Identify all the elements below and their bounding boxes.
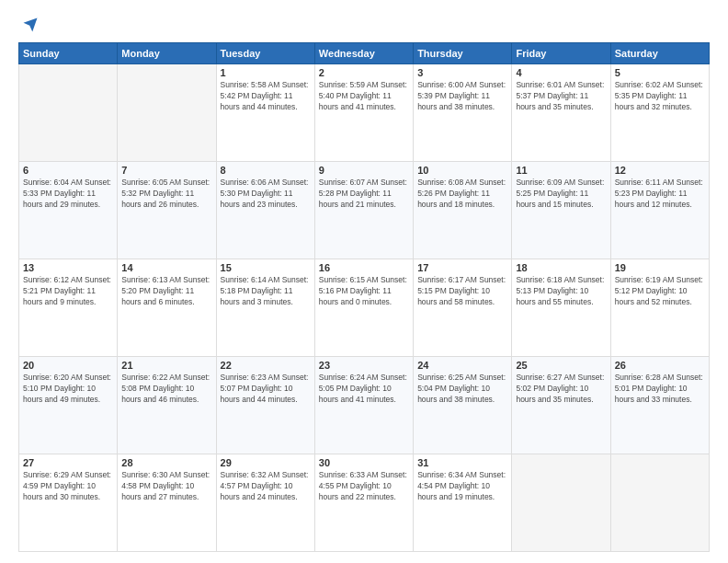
- day-number: 4: [516, 67, 606, 78]
- calendar-cell: 24Sunrise: 6:25 AM Sunset: 5:04 PM Dayli…: [414, 357, 512, 454]
- day-number: 10: [417, 165, 507, 176]
- calendar-cell: [19, 64, 118, 162]
- calendar-cell: 9Sunrise: 6:07 AM Sunset: 5:28 PM Daylig…: [314, 162, 413, 259]
- calendar-cell: 22Sunrise: 6:23 AM Sunset: 5:07 PM Dayli…: [216, 357, 314, 454]
- day-number: 2: [319, 67, 409, 78]
- logo-bird-icon: [22, 17, 39, 33]
- day-number: 17: [417, 262, 507, 273]
- day-number: 3: [417, 67, 507, 78]
- day-number: 22: [221, 360, 311, 371]
- logo: [18, 17, 39, 33]
- calendar-cell: 20Sunrise: 6:20 AM Sunset: 5:10 PM Dayli…: [19, 357, 118, 454]
- day-number: 26: [615, 360, 705, 371]
- calendar-header-row: SundayMondayTuesdayWednesdayThursdayFrid…: [19, 43, 710, 64]
- calendar-header-wednesday: Wednesday: [314, 43, 413, 64]
- day-info: Sunrise: 6:12 AM Sunset: 5:21 PM Dayligh…: [23, 275, 113, 308]
- day-info: Sunrise: 6:23 AM Sunset: 5:07 PM Dayligh…: [221, 373, 311, 406]
- calendar-cell: [512, 454, 610, 552]
- calendar-cell: 16Sunrise: 6:15 AM Sunset: 5:16 PM Dayli…: [314, 259, 413, 357]
- day-info: Sunrise: 6:32 AM Sunset: 4:57 PM Dayligh…: [221, 470, 311, 503]
- day-number: 31: [417, 457, 507, 468]
- calendar-week-3: 13Sunrise: 6:12 AM Sunset: 5:21 PM Dayli…: [19, 259, 710, 357]
- day-number: 27: [23, 457, 113, 468]
- day-info: Sunrise: 6:09 AM Sunset: 5:25 PM Dayligh…: [516, 178, 606, 211]
- calendar-cell: 29Sunrise: 6:32 AM Sunset: 4:57 PM Dayli…: [216, 454, 314, 552]
- day-info: Sunrise: 6:34 AM Sunset: 4:54 PM Dayligh…: [417, 470, 507, 503]
- day-number: 20: [23, 360, 113, 371]
- calendar-cell: 18Sunrise: 6:18 AM Sunset: 5:13 PM Dayli…: [512, 259, 610, 357]
- calendar-week-4: 20Sunrise: 6:20 AM Sunset: 5:10 PM Dayli…: [19, 357, 710, 454]
- calendar-header-tuesday: Tuesday: [216, 43, 314, 64]
- calendar-header-saturday: Saturday: [610, 43, 709, 64]
- calendar-cell: 30Sunrise: 6:33 AM Sunset: 4:55 PM Dayli…: [314, 454, 413, 552]
- calendar-cell: 4Sunrise: 6:01 AM Sunset: 5:37 PM Daylig…: [512, 64, 610, 162]
- day-number: 14: [121, 262, 211, 273]
- calendar-cell: 6Sunrise: 6:04 AM Sunset: 5:33 PM Daylig…: [19, 162, 118, 259]
- calendar-cell: 28Sunrise: 6:30 AM Sunset: 4:58 PM Dayli…: [118, 454, 216, 552]
- day-number: 25: [516, 360, 606, 371]
- day-info: Sunrise: 6:17 AM Sunset: 5:15 PM Dayligh…: [417, 275, 507, 308]
- header: [18, 17, 710, 33]
- day-info: Sunrise: 6:13 AM Sunset: 5:20 PM Dayligh…: [121, 275, 211, 308]
- calendar-cell: [610, 454, 709, 552]
- day-number: 16: [319, 262, 409, 273]
- calendar-week-1: 1Sunrise: 5:58 AM Sunset: 5:42 PM Daylig…: [19, 64, 710, 162]
- day-number: 24: [417, 360, 507, 371]
- day-info: Sunrise: 6:15 AM Sunset: 5:16 PM Dayligh…: [319, 275, 409, 308]
- day-info: Sunrise: 6:08 AM Sunset: 5:26 PM Dayligh…: [417, 178, 507, 211]
- calendar-cell: 25Sunrise: 6:27 AM Sunset: 5:02 PM Dayli…: [512, 357, 610, 454]
- day-info: Sunrise: 6:01 AM Sunset: 5:37 PM Dayligh…: [516, 80, 606, 113]
- calendar-week-5: 27Sunrise: 6:29 AM Sunset: 4:59 PM Dayli…: [19, 454, 710, 552]
- calendar-cell: 1Sunrise: 5:58 AM Sunset: 5:42 PM Daylig…: [216, 64, 314, 162]
- day-number: 6: [23, 165, 113, 176]
- day-info: Sunrise: 6:05 AM Sunset: 5:32 PM Dayligh…: [121, 178, 211, 211]
- day-number: 21: [121, 360, 211, 371]
- day-info: Sunrise: 6:29 AM Sunset: 4:59 PM Dayligh…: [23, 470, 113, 503]
- day-number: 29: [221, 457, 311, 468]
- calendar-cell: 13Sunrise: 6:12 AM Sunset: 5:21 PM Dayli…: [19, 259, 118, 357]
- day-info: Sunrise: 6:24 AM Sunset: 5:05 PM Dayligh…: [319, 373, 409, 406]
- calendar-cell: 31Sunrise: 6:34 AM Sunset: 4:54 PM Dayli…: [414, 454, 512, 552]
- calendar-cell: 12Sunrise: 6:11 AM Sunset: 5:23 PM Dayli…: [610, 162, 709, 259]
- calendar-cell: 5Sunrise: 6:02 AM Sunset: 5:35 PM Daylig…: [610, 64, 709, 162]
- day-number: 30: [319, 457, 409, 468]
- day-info: Sunrise: 6:33 AM Sunset: 4:55 PM Dayligh…: [319, 470, 409, 503]
- day-info: Sunrise: 6:22 AM Sunset: 5:08 PM Dayligh…: [121, 373, 211, 406]
- day-info: Sunrise: 6:27 AM Sunset: 5:02 PM Dayligh…: [516, 373, 606, 406]
- calendar-cell: 21Sunrise: 6:22 AM Sunset: 5:08 PM Dayli…: [118, 357, 216, 454]
- day-number: 28: [121, 457, 211, 468]
- day-info: Sunrise: 6:18 AM Sunset: 5:13 PM Dayligh…: [516, 275, 606, 308]
- day-info: Sunrise: 6:02 AM Sunset: 5:35 PM Dayligh…: [615, 80, 705, 113]
- day-number: 23: [319, 360, 409, 371]
- calendar-cell: 26Sunrise: 6:28 AM Sunset: 5:01 PM Dayli…: [610, 357, 709, 454]
- calendar-cell: 14Sunrise: 6:13 AM Sunset: 5:20 PM Dayli…: [118, 259, 216, 357]
- calendar-header-friday: Friday: [512, 43, 610, 64]
- calendar-cell: [118, 64, 216, 162]
- calendar-cell: 10Sunrise: 6:08 AM Sunset: 5:26 PM Dayli…: [414, 162, 512, 259]
- calendar-cell: 11Sunrise: 6:09 AM Sunset: 5:25 PM Dayli…: [512, 162, 610, 259]
- day-number: 15: [221, 262, 311, 273]
- day-info: Sunrise: 6:20 AM Sunset: 5:10 PM Dayligh…: [23, 373, 113, 406]
- day-info: Sunrise: 5:59 AM Sunset: 5:40 PM Dayligh…: [319, 80, 409, 113]
- day-info: Sunrise: 6:04 AM Sunset: 5:33 PM Dayligh…: [23, 178, 113, 211]
- day-info: Sunrise: 6:07 AM Sunset: 5:28 PM Dayligh…: [319, 178, 409, 211]
- calendar-table: SundayMondayTuesdayWednesdayThursdayFrid…: [18, 42, 710, 552]
- day-number: 9: [319, 165, 409, 176]
- day-number: 1: [221, 67, 311, 78]
- calendar-cell: 7Sunrise: 6:05 AM Sunset: 5:32 PM Daylig…: [118, 162, 216, 259]
- day-number: 8: [221, 165, 311, 176]
- day-info: Sunrise: 5:58 AM Sunset: 5:42 PM Dayligh…: [221, 80, 311, 113]
- calendar-header-thursday: Thursday: [414, 43, 512, 64]
- day-info: Sunrise: 6:14 AM Sunset: 5:18 PM Dayligh…: [221, 275, 311, 308]
- calendar-cell: 8Sunrise: 6:06 AM Sunset: 5:30 PM Daylig…: [216, 162, 314, 259]
- calendar-cell: 23Sunrise: 6:24 AM Sunset: 5:05 PM Dayli…: [314, 357, 413, 454]
- calendar-header-sunday: Sunday: [19, 43, 118, 64]
- calendar-header-monday: Monday: [118, 43, 216, 64]
- day-info: Sunrise: 6:28 AM Sunset: 5:01 PM Dayligh…: [615, 373, 705, 406]
- calendar-cell: 2Sunrise: 5:59 AM Sunset: 5:40 PM Daylig…: [314, 64, 413, 162]
- calendar-cell: 3Sunrise: 6:00 AM Sunset: 5:39 PM Daylig…: [414, 64, 512, 162]
- page: SundayMondayTuesdayWednesdayThursdayFrid…: [0, 0, 728, 563]
- day-info: Sunrise: 6:25 AM Sunset: 5:04 PM Dayligh…: [417, 373, 507, 406]
- day-info: Sunrise: 6:00 AM Sunset: 5:39 PM Dayligh…: [417, 80, 507, 113]
- day-number: 5: [615, 67, 705, 78]
